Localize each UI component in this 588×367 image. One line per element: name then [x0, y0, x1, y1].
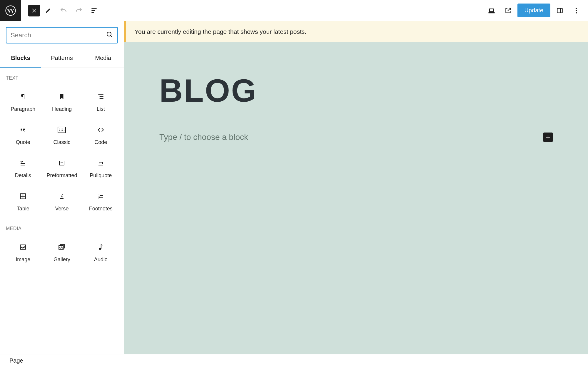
block-heading[interactable]: Heading: [42, 86, 81, 119]
search-wrapper: [0, 21, 124, 49]
block-label: List: [97, 106, 105, 112]
block-pullquote[interactable]: Pullquote: [81, 152, 120, 185]
category-media-label: MEDIA: [4, 218, 120, 236]
svg-rect-17: [59, 161, 64, 165]
undo-button[interactable]: [56, 4, 71, 18]
block-inserter-panel: Blocks Patterns Media TEXT Paragraph Hea…: [0, 21, 124, 354]
edit-tool-button[interactable]: [41, 4, 55, 18]
block-label: Quote: [16, 139, 30, 145]
verse-icon: [58, 192, 65, 201]
block-placeholder-text[interactable]: Type / to choose a block: [159, 133, 248, 142]
block-label: Verse: [55, 206, 69, 212]
gallery-icon: [58, 242, 66, 252]
block-image[interactable]: Image: [4, 236, 42, 269]
svg-text:2: 2: [98, 197, 100, 200]
block-label: Paragraph: [11, 106, 35, 112]
svg-point-3: [576, 8, 577, 9]
svg-rect-21: [99, 162, 103, 164]
block-label: Audio: [94, 257, 108, 263]
block-label: Code: [94, 139, 107, 145]
audio-icon: [98, 242, 104, 252]
search-icon: [106, 31, 113, 39]
tab-media[interactable]: Media: [83, 49, 124, 68]
wordpress-logo[interactable]: [0, 0, 21, 21]
block-preformatted[interactable]: Preformatted: [42, 152, 81, 185]
block-quote[interactable]: Quote: [4, 119, 42, 152]
block-verse[interactable]: Verse: [42, 185, 81, 218]
block-footnotes[interactable]: 12 Footnotes: [81, 185, 120, 218]
code-icon: [97, 125, 105, 135]
svg-rect-8: [58, 127, 66, 133]
block-details[interactable]: Details: [4, 152, 42, 185]
svg-point-15: [62, 130, 63, 131]
svg-point-4: [576, 10, 577, 11]
svg-point-6: [107, 32, 111, 36]
topbar-right-tools: Update: [485, 4, 588, 18]
page-title[interactable]: BLOG: [159, 72, 553, 109]
image-icon: [19, 242, 27, 252]
svg-point-9: [59, 129, 60, 129]
block-grid-text: Paragraph Heading List Quote Classic: [4, 86, 120, 218]
view-button[interactable]: [485, 4, 499, 18]
paragraph-icon: [19, 92, 26, 101]
block-label: Image: [16, 257, 30, 263]
pullquote-icon: [97, 158, 105, 168]
block-list[interactable]: List: [81, 86, 120, 119]
block-table[interactable]: Table: [4, 185, 42, 218]
svg-point-0: [6, 6, 16, 15]
list-icon: [97, 92, 105, 101]
close-inserter-button[interactable]: [28, 5, 40, 16]
options-menu-button[interactable]: [569, 4, 583, 18]
svg-point-16: [64, 130, 64, 131]
svg-point-10: [61, 129, 61, 129]
block-label: Classic: [53, 139, 70, 145]
tab-patterns[interactable]: Patterns: [41, 49, 82, 68]
main-area: Blocks Patterns Media TEXT Paragraph Hea…: [0, 21, 588, 354]
details-icon: [19, 158, 27, 168]
svg-point-13: [59, 130, 60, 131]
block-label: Details: [15, 172, 31, 179]
preformatted-icon: [58, 158, 65, 168]
block-label: Pullquote: [90, 172, 112, 179]
block-placeholder-row: Type / to choose a block: [159, 133, 553, 142]
canvas-content[interactable]: BLOG Type / to choose a block: [124, 42, 588, 142]
update-button[interactable]: Update: [517, 4, 551, 17]
svg-rect-1: [557, 8, 562, 13]
block-gallery[interactable]: Gallery: [42, 236, 81, 269]
block-classic[interactable]: Classic: [42, 119, 81, 152]
document-overview-button[interactable]: [87, 4, 101, 18]
svg-point-11: [62, 129, 63, 129]
category-text-label: TEXT: [4, 68, 120, 86]
block-label: Gallery: [54, 257, 70, 263]
editing-notice: You are currently editing the page that …: [124, 21, 588, 42]
add-block-button[interactable]: [543, 133, 553, 142]
block-label: Preformatted: [46, 172, 77, 179]
editor-canvas[interactable]: You are currently editing the page that …: [124, 21, 588, 354]
topbar-left-tools: [21, 4, 101, 18]
svg-point-5: [576, 12, 577, 13]
external-link-button[interactable]: [501, 4, 515, 18]
redo-button[interactable]: [72, 4, 86, 18]
block-list[interactable]: TEXT Paragraph Heading List Quote: [0, 68, 124, 354]
svg-point-14: [61, 130, 61, 131]
footnotes-icon: 12: [97, 192, 105, 201]
block-grid-media: Image Gallery Audio: [4, 236, 120, 269]
breadcrumb[interactable]: Page: [9, 357, 23, 364]
search-box[interactable]: [6, 27, 118, 43]
block-paragraph[interactable]: Paragraph: [4, 86, 42, 119]
sidebar-toggle-button[interactable]: [553, 4, 567, 18]
quote-icon: [19, 125, 27, 135]
block-label: Table: [17, 206, 29, 212]
search-input[interactable]: [11, 31, 106, 39]
block-code[interactable]: Code: [81, 119, 120, 152]
block-label: Footnotes: [89, 206, 113, 212]
topbar: Update: [0, 0, 588, 21]
tab-blocks[interactable]: Blocks: [0, 49, 41, 68]
block-label: Heading: [52, 106, 72, 112]
bottombar: Page: [0, 354, 588, 367]
heading-icon: [59, 92, 65, 101]
inserter-tabs: Blocks Patterns Media: [0, 49, 124, 68]
classic-icon: [58, 125, 66, 135]
block-audio[interactable]: Audio: [81, 236, 120, 269]
table-icon: [19, 192, 27, 201]
